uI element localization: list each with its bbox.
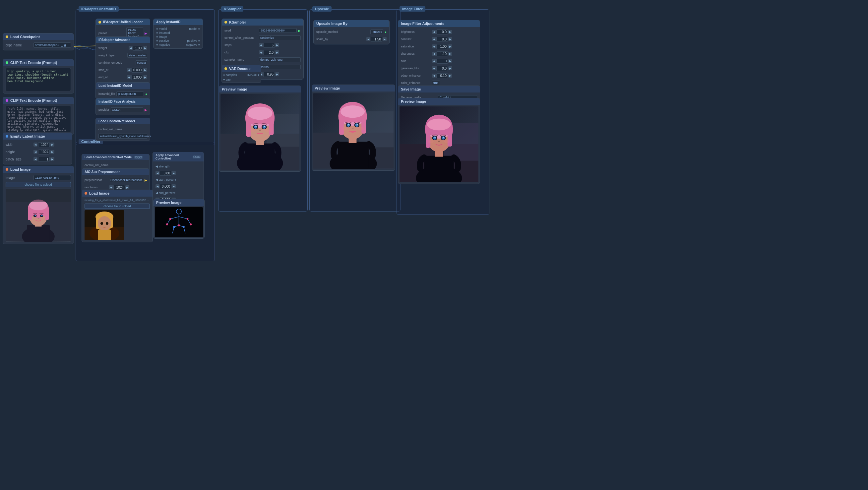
upscale-method-val[interactable]: lanczos <box>370 30 383 34</box>
preview-upscale-body <box>312 92 395 171</box>
scheduler-val[interactable]: karras <box>259 65 301 69</box>
face-analysis-body: provider CUDA ▶ <box>96 105 150 115</box>
choose-file-cn-btn[interactable]: choose file to upload <box>85 204 150 209</box>
gauss-dec[interactable]: ◀ <box>432 66 436 70</box>
ipadapter-advanced-node: IPAdapter Advanced weight ◀ 1.00 ▶ weigh… <box>95 36 150 90</box>
start-val: 0.000 <box>131 68 143 72</box>
batch-dec[interactable]: ◀ <box>33 157 37 161</box>
width-value: 1024 <box>38 142 50 147</box>
wtype-val[interactable]: style transfer <box>127 53 147 58</box>
ckpt-label: ckpt_name <box>6 43 32 47</box>
start-inc[interactable]: ▶ <box>143 68 147 72</box>
width-label: width <box>6 143 32 147</box>
cnet-name-val[interactable]: instantdiffusion_pytorch_model.safetenso… <box>98 133 147 139</box>
res-inc[interactable]: ▶ <box>125 185 129 189</box>
ckpt-row: ckpt_name sd\dreamshaper\XL_lightning\DP… <box>6 42 71 48</box>
blur-inc[interactable]: ▶ <box>448 59 452 63</box>
end-control: ◀ 1.000 ▶ <box>127 75 147 80</box>
brightness-val: 0.0 <box>436 30 448 34</box>
svg-point-80 <box>106 222 108 225</box>
start-label: start_at <box>98 68 126 71</box>
image-filename[interactable]: 1129_00140_.png <box>33 175 71 180</box>
cfg-dec[interactable]: ◀ <box>259 51 263 54</box>
sat-inc[interactable]: ▶ <box>448 44 452 49</box>
section-ksampler-title: KSampler <box>221 6 243 11</box>
svg-point-51 <box>358 127 364 131</box>
res-dec[interactable]: ◀ <box>109 185 113 189</box>
strength-dec[interactable]: ◀ <box>155 171 159 175</box>
start-control: ◀ 0.000 ▶ <box>127 68 147 72</box>
cfg-inc[interactable]: ▶ <box>275 51 279 54</box>
brightness-dec[interactable]: ◀ <box>432 30 436 34</box>
preview-cn-img <box>155 207 203 237</box>
steps-label: steps <box>224 43 258 47</box>
clip-pos-textarea[interactable]: high quality, a girl in her twenties, sh… <box>6 68 71 91</box>
svg-point-48 <box>348 124 349 125</box>
combine-label: combine_embeds <box>98 61 134 64</box>
blur-dec[interactable]: ◀ <box>432 59 436 63</box>
saturation-label: saturation <box>401 45 431 48</box>
edge-inc[interactable]: ▶ <box>448 73 452 78</box>
load-controlnet-model-node: Load ControlNet Model control_net_name i… <box>95 118 150 141</box>
width-inc[interactable]: ▶ <box>51 143 54 147</box>
sharp-inc[interactable]: ▶ <box>448 52 452 56</box>
denoise-inc[interactable]: ▶ <box>275 72 279 76</box>
weight-dec[interactable]: ◀ <box>129 46 133 50</box>
contrast-dec[interactable]: ◀ <box>432 37 436 41</box>
apply-instantid-ports: ● model model ● ● instantid ● image ● po… <box>156 27 200 47</box>
batch-inc[interactable]: ▶ <box>51 157 54 161</box>
clip-neg-textarea[interactable]: (nsfw:1.5), naked, lowres, child, getty,… <box>6 106 71 132</box>
scale-dec[interactable]: ◀ <box>366 37 370 41</box>
start-pct-inc[interactable]: ▶ <box>172 184 176 188</box>
sharpness-ctrl: ◀ 1.10 ▶ <box>432 51 452 56</box>
batch-row: batch_size ◀ 1 ▶ <box>6 156 69 162</box>
seed-val[interactable]: 982948608059804 <box>259 28 297 33</box>
weight-inc[interactable]: ▶ <box>143 46 147 50</box>
choose-file-upload-btn[interactable]: choose file to upload <box>6 182 71 187</box>
save-image-header: Save Image <box>398 86 480 92</box>
scale-inc[interactable]: ▶ <box>382 37 386 41</box>
sampler-val[interactable]: dpmpp_2dk_gpu <box>259 57 301 62</box>
height-dec[interactable]: ◀ <box>33 150 37 154</box>
width-control: ◀ 1024 ▶ <box>33 142 54 147</box>
load-checkpoint-header: Load Checkpoint <box>3 33 73 40</box>
sharp-dec[interactable]: ◀ <box>432 52 436 56</box>
start-dec[interactable]: ◀ <box>127 68 131 72</box>
cn-image-dot <box>85 192 87 194</box>
edge-label: edge_enhance <box>401 74 431 77</box>
saturation-ctrl: ◀ 1.00 ▶ <box>432 44 452 49</box>
upscale-body: upscale_method lanczos ● scale_by ◀ 1.50… <box>314 27 389 44</box>
steps-dec[interactable]: ◀ <box>259 43 263 47</box>
contrast-inc[interactable]: ▶ <box>448 37 452 41</box>
svg-rect-23 <box>269 119 274 135</box>
edge-ctrl: ◀ 0.10 ▶ <box>432 73 452 78</box>
section-imgfilter-title: Image Filter <box>400 6 425 11</box>
edge-dec[interactable]: ◀ <box>432 73 436 78</box>
gauss-inc[interactable]: ▶ <box>448 66 452 70</box>
instantid-file-val[interactable]: ip-adapter.bin <box>116 92 144 96</box>
control-after-val[interactable]: randomize <box>259 35 301 40</box>
preview-controlnet-node: Preview Image <box>153 199 205 239</box>
preprocessor-val[interactable]: OpenposePreprocessor <box>109 178 143 182</box>
strength-inc[interactable]: ▶ <box>172 171 176 175</box>
svg-point-98 <box>173 226 175 228</box>
provider-val[interactable]: CUDA <box>111 108 143 112</box>
width-dec[interactable]: ◀ <box>33 143 37 147</box>
ckpt-value[interactable]: sd\dreamshaper\XL_lightning\DPMSDE.safet… <box>33 42 71 48</box>
end-inc[interactable]: ▶ <box>143 75 147 79</box>
end-dec[interactable]: ◀ <box>127 75 131 79</box>
color-val[interactable]: true <box>432 81 440 85</box>
imgfilter-header: Image Filter Adjustments <box>398 20 480 27</box>
start-pct-dec[interactable]: ◀ <box>155 184 159 188</box>
svg-point-79 <box>100 222 103 225</box>
svg-point-24 <box>247 107 272 120</box>
contrast-label: contrast <box>401 37 431 41</box>
brightness-inc[interactable]: ▶ <box>448 30 452 34</box>
cn-image-filename: missing_for_a_photoshoot_full_make_full_… <box>85 198 150 202</box>
combine-val[interactable]: concat <box>135 60 147 65</box>
height-inc[interactable]: ▶ <box>51 150 54 154</box>
steps-inc[interactable]: ▶ <box>275 43 279 47</box>
svg-rect-13 <box>6 189 71 202</box>
sat-dec[interactable]: ◀ <box>432 44 436 49</box>
section-ipadapter-title: IPAdapter+InstantID <box>79 6 119 11</box>
